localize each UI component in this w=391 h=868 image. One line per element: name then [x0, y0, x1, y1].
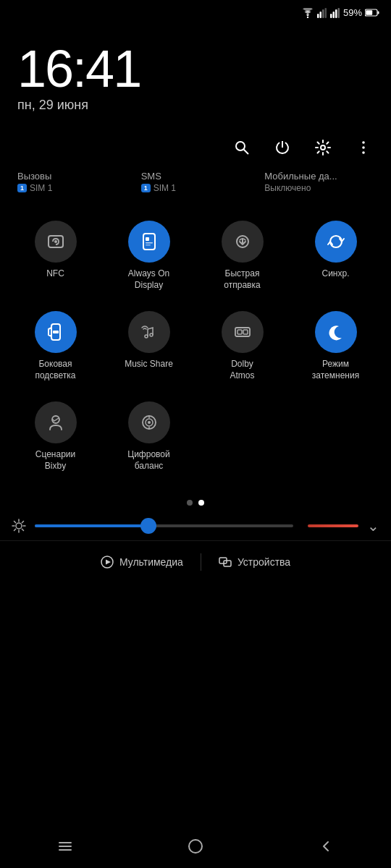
svg-rect-3 — [322, 9, 324, 18]
signal2-icon — [330, 8, 340, 18]
quickshare-label: Быстраяотправка — [224, 268, 260, 291]
toggle-dolby[interactable]: DolbyAtmos — [196, 301, 289, 391]
devices-button[interactable]: Устройства — [201, 550, 308, 574]
svg-line-41 — [14, 521, 16, 522]
top-toolbar — [0, 120, 391, 168]
calls-info[interactable]: Вызовы 1 SIM 1 — [12, 171, 133, 193]
sync-circle — [315, 221, 357, 263]
svg-point-15 — [362, 141, 365, 144]
page-dot-1[interactable] — [187, 500, 193, 506]
nfc-circle — [35, 221, 77, 263]
toggle-nfc[interactable]: NFC — [9, 210, 102, 301]
toggle-aod[interactable]: Always OnDisplay — [102, 210, 196, 301]
quick-info-row: Вызовы 1 SIM 1 SMS 1 SIM 1 Мобильные да.… — [0, 168, 391, 205]
battery-icon — [365, 9, 379, 17]
media-label: Мультимедиа — [119, 556, 183, 568]
mobile-data-label: Мобильные да... — [264, 171, 337, 182]
bottom-media-row: Мультимедиа Устройства — [0, 540, 391, 583]
svg-rect-29 — [243, 330, 248, 334]
svg-rect-10 — [366, 10, 372, 15]
svg-line-42 — [22, 529, 23, 530]
toggle-sync[interactable]: Синхр. — [289, 210, 382, 301]
dolby-label: DolbyAtmos — [230, 359, 254, 381]
svg-rect-22 — [146, 242, 153, 244]
calls-sub: 1 SIM 1 — [17, 183, 52, 193]
recent-apps-button[interactable] — [36, 832, 94, 861]
digital-label: Цифровойбаланс — [127, 449, 169, 472]
svg-line-44 — [14, 529, 16, 530]
svg-rect-4 — [324, 8, 327, 18]
svg-point-52 — [189, 840, 202, 853]
brightness-expand-button[interactable]: ⌄ — [367, 517, 379, 535]
svg-marker-46 — [106, 559, 111, 564]
media-button[interactable]: Мультимедиа — [83, 550, 201, 574]
svg-point-14 — [321, 145, 325, 150]
dolby-circle — [222, 311, 264, 353]
nightmode-circle — [315, 311, 357, 353]
mobile-data-info[interactable]: Мобильные да... Выключено — [258, 171, 379, 193]
svg-rect-5 — [330, 14, 332, 18]
nfc-label: NFC — [46, 268, 64, 280]
svg-rect-8 — [337, 8, 340, 18]
calls-sim-badge: 1 — [17, 184, 27, 192]
sms-sim-badge: 1 — [141, 184, 151, 192]
svg-point-17 — [362, 151, 365, 154]
bixby-circle — [35, 401, 77, 443]
home-button[interactable] — [167, 832, 224, 861]
devices-label: Устройства — [237, 556, 290, 568]
toggle-quickshare[interactable]: Быстраяотправка — [196, 210, 289, 301]
svg-point-0 — [307, 16, 308, 17]
svg-rect-11 — [378, 12, 379, 14]
brightness-slider-container[interactable] — [35, 518, 293, 534]
svg-line-13 — [244, 150, 249, 155]
toggle-nightmode[interactable]: Режимзатемнения — [289, 301, 382, 391]
toggle-grid: NFC Always OnDisplay Быстраяотправка — [0, 205, 391, 488]
svg-point-16 — [362, 146, 365, 149]
status-bar: 59% — [0, 0, 391, 21]
svg-line-43 — [22, 521, 23, 522]
battery-text: 59% — [343, 7, 362, 18]
toggle-edge[interactable]: Боковаяподсветка — [9, 301, 102, 391]
clock-area: 16:41 пн, 29 июня — [0, 21, 391, 120]
nav-bar — [0, 827, 391, 868]
digital-circle — [128, 401, 170, 443]
sms-info[interactable]: SMS 1 SIM 1 — [135, 171, 256, 193]
bixby-label: СценарииBixby — [35, 449, 75, 472]
power-button[interactable] — [269, 135, 295, 161]
signal1-icon — [317, 8, 327, 18]
musicshare-label: Music Share — [125, 359, 173, 370]
svg-rect-21 — [146, 237, 149, 241]
settings-button[interactable] — [310, 135, 336, 161]
color-slider[interactable] — [308, 524, 358, 527]
sms-sub: 1 SIM 1 — [141, 183, 176, 193]
svg-point-36 — [16, 523, 22, 529]
page-dots — [0, 488, 391, 511]
svg-rect-7 — [335, 9, 337, 18]
page-dot-2[interactable] — [198, 500, 204, 506]
musicshare-circle — [128, 311, 170, 353]
svg-rect-6 — [332, 12, 335, 18]
clock-date: пн, 29 июня — [17, 98, 374, 113]
svg-rect-20 — [143, 234, 155, 250]
sms-label: SMS — [141, 171, 161, 182]
wifi-icon — [301, 8, 314, 18]
svg-rect-23 — [146, 244, 151, 246]
brightness-row: ⌄ — [0, 511, 391, 540]
more-button[interactable] — [350, 135, 377, 161]
quickshare-circle — [222, 221, 264, 263]
toggle-bixby[interactable]: СценарииBixby — [9, 391, 102, 482]
toggle-digital[interactable]: Цифровойбаланс — [102, 391, 196, 482]
edge-label: Боковаяподсветка — [35, 359, 75, 381]
back-button[interactable] — [297, 832, 355, 861]
svg-point-12 — [236, 142, 245, 150]
svg-rect-28 — [237, 330, 242, 334]
mobile-data-sub: Выключено — [264, 183, 311, 193]
edge-circle — [35, 311, 77, 353]
brightness-thumb[interactable] — [140, 518, 156, 534]
aod-circle — [128, 221, 170, 263]
svg-rect-26 — [53, 331, 59, 333]
search-button[interactable] — [229, 135, 255, 161]
toggle-musicshare[interactable]: Music Share — [102, 301, 196, 391]
sync-label: Синхр. — [321, 268, 349, 280]
status-icons: 59% — [301, 7, 379, 18]
